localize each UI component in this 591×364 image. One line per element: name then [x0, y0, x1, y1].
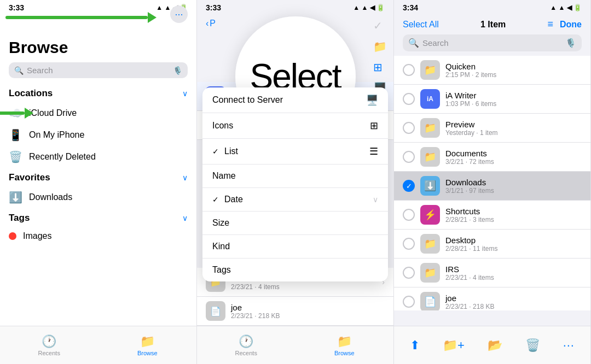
file-row-irs3[interactable]: 📁 IRS 2/23/21 · 4 items	[394, 259, 590, 287]
mic-icon: 🎙️	[173, 66, 182, 75]
iaw-date3: 1:03 PM · 6 items	[445, 100, 582, 108]
menu-icons[interactable]: Icons ⊞	[202, 113, 388, 139]
favorites-chevron[interactable]: ∨	[182, 173, 188, 182]
selection-header: Select All 1 Item ≡ Done	[394, 14, 590, 32]
preview-icon3: 📁	[420, 118, 440, 138]
radio-desktop[interactable]	[403, 238, 415, 250]
file-row-documents3[interactable]: 📁 Documents 3/2/21 · 72 items	[394, 143, 590, 172]
downloads-icon3: ⬇️	[420, 176, 440, 196]
search-icon: 🔍	[14, 66, 24, 75]
radio-preview[interactable]	[403, 122, 415, 134]
preview-name3: Preview	[445, 120, 582, 129]
tags-chevron[interactable]: ∨	[182, 214, 188, 222]
browse-icon-2: 📁	[337, 334, 352, 349]
shortcuts-date3: 2/28/21 · 3 items	[445, 216, 582, 224]
menu-tags[interactable]: Tags	[202, 259, 388, 281]
search-placeholder: Search	[27, 66, 170, 75]
menu-connect[interactable]: Connect to Server 🖥️	[202, 87, 388, 113]
documents-name3: Documents	[445, 149, 582, 158]
menu-date[interactable]: ✓ Date ∨	[202, 188, 388, 212]
search-bar[interactable]: 🔍 Search 🎙️	[9, 62, 188, 78]
menu-name[interactable]: Name	[202, 165, 388, 188]
done-button[interactable]: Done	[560, 20, 582, 30]
panel2-right-actions: ✓ 📁 ⊞ 🖥️	[373, 19, 387, 95]
deleted-label: Recently Deleted	[29, 152, 96, 162]
date-label: Date	[224, 195, 243, 204]
downloads-info3: Downloads 3/1/21 · 97 items	[445, 178, 582, 195]
move-button[interactable]: 📂	[488, 338, 502, 353]
shortcuts-info3: Shortcuts 2/28/21 · 3 items	[445, 207, 582, 224]
irs-date: 2/23/21 · 4 items	[231, 283, 376, 291]
irs-date3: 2/23/21 · 4 items	[445, 274, 582, 281]
file-row-iaw3[interactable]: iA iA Writer 1:03 PM · 6 items	[394, 85, 590, 114]
joe-date3: 2/23/21 · 218 KB	[445, 303, 582, 310]
iaw-icon3: iA	[420, 89, 440, 109]
iphone-icon: 📱	[9, 128, 22, 142]
tab-browse-1[interactable]: 📁 Browse	[99, 326, 197, 364]
back-chevron-icon: ‹	[206, 19, 208, 28]
menu-size[interactable]: Size	[202, 212, 388, 235]
file-row-joe[interactable]: 📄 joe 2/23/21 · 218 KB	[197, 297, 393, 326]
tab-bar-1: 🕐 Recents 📁 Browse	[0, 326, 196, 364]
recents-label-2: Recents	[235, 350, 257, 356]
deleted-item[interactable]: 🗑️ Recently Deleted	[0, 146, 196, 168]
tab-browse-2[interactable]: 📁 Browse	[296, 326, 394, 364]
locations-section-header: Locations ∨	[0, 87, 196, 100]
select-all-button[interactable]: Select All	[403, 20, 439, 30]
icloud-drive-item[interactable]: ☁️ iCloud Drive	[0, 102, 196, 124]
browse-header: Browse 🔍 Search 🎙️	[0, 14, 196, 78]
locations-chevron[interactable]: ∨	[182, 89, 188, 98]
shortcuts-icon3: ⚡	[420, 205, 440, 225]
back-button[interactable]: ‹ P	[206, 19, 216, 28]
delete-button[interactable]: 🗑️	[525, 338, 540, 353]
desktop-icon3: 📁	[420, 234, 440, 254]
name-label: Name	[212, 171, 236, 181]
folder-add-icon[interactable]: 📁	[373, 40, 387, 53]
quicken-info: Quicken 2:15 PM · 2 items	[445, 62, 582, 79]
share-button[interactable]: ⬆	[410, 338, 420, 353]
desktop-date3: 2/28/21 · 11 items	[445, 245, 582, 253]
monitor-menu-icon: 🖥️	[366, 94, 378, 106]
tab-recents-2[interactable]: 🕐 Recents	[197, 326, 296, 364]
radio-quicken[interactable]	[403, 64, 415, 76]
shortcuts-name3: Shortcuts	[445, 207, 582, 216]
crop-icon[interactable]: ⊞	[373, 61, 387, 74]
file-row-shortcuts3[interactable]: ⚡ Shortcuts 2/28/21 · 3 items	[394, 201, 590, 230]
iaw-info3: iA Writer 1:03 PM · 6 items	[445, 91, 582, 108]
joe-icon: 📄	[206, 301, 225, 321]
file-row-downloads3[interactable]: ✓ ⬇️ Downloads 3/1/21 · 97 items	[394, 172, 590, 201]
joe-info3: joe 2/23/21 · 218 KB	[445, 293, 582, 310]
checkmark-icon[interactable]: ✓	[373, 19, 387, 32]
menu-list[interactable]: ✓ List ☰	[202, 139, 388, 165]
file-row-quicken[interactable]: 📁 Quicken 2:15 PM · 2 items	[394, 56, 590, 85]
images-tag-item[interactable]: Images	[0, 227, 196, 245]
menu-kind[interactable]: Kind	[202, 235, 388, 259]
preview-date3: Yesterday · 1 item	[445, 129, 582, 137]
browse-panel: 3:33 ▲ ▲ ◀ 🔋 ··· Browse 🔍 Search 🎙️ Loca…	[0, 0, 197, 364]
file-row-desktop3[interactable]: 📁 Desktop 2/28/21 · 11 items	[394, 230, 590, 259]
file-row-joe3[interactable]: 📄 joe 2/23/21 · 218 KB	[394, 287, 590, 310]
radio-documents[interactable]	[403, 151, 415, 163]
iaw-name3: iA Writer	[445, 91, 582, 100]
status-bar-3: 3:34 ▲ ▲ ◀ 🔋	[394, 0, 590, 14]
search-bar-3[interactable]: 🔍 Search 🎙️	[403, 34, 582, 51]
radio-joe[interactable]	[403, 296, 415, 308]
add-folder-button[interactable]: 📁+	[443, 338, 465, 353]
images-tag-dot	[9, 232, 16, 240]
radio-irs[interactable]	[403, 267, 415, 279]
downloads-item[interactable]: ⬇️ Downloads	[0, 186, 196, 208]
view-list-icon[interactable]: ≡	[547, 19, 553, 30]
more-action-button[interactable]: ···	[563, 338, 575, 353]
irs-info3: IRS 2/23/21 · 4 items	[445, 265, 582, 281]
tab-recents-1[interactable]: 🕐 Recents	[0, 326, 99, 364]
time-1: 3:33	[9, 3, 24, 12]
radio-downloads[interactable]: ✓	[403, 180, 415, 192]
select-panel: 3:33 ▲ ▲ ◀ 🔋 ‹ P ✓ 📁 ⊞ 🖥️ Select iA iA W…	[197, 0, 394, 364]
radio-shortcuts[interactable]	[403, 209, 415, 221]
browse-label-2: Browse	[334, 350, 355, 356]
iphone-item[interactable]: 📱 On My iPhone	[0, 124, 196, 146]
context-menu: Connect to Server 🖥️ Icons ⊞ ✓ List ☰ Na…	[202, 87, 388, 281]
file-row-preview3[interactable]: 📁 Preview Yesterday · 1 item	[394, 114, 590, 143]
documents-date3: 3/2/21 · 72 items	[445, 158, 582, 166]
radio-iaw[interactable]	[403, 93, 415, 105]
